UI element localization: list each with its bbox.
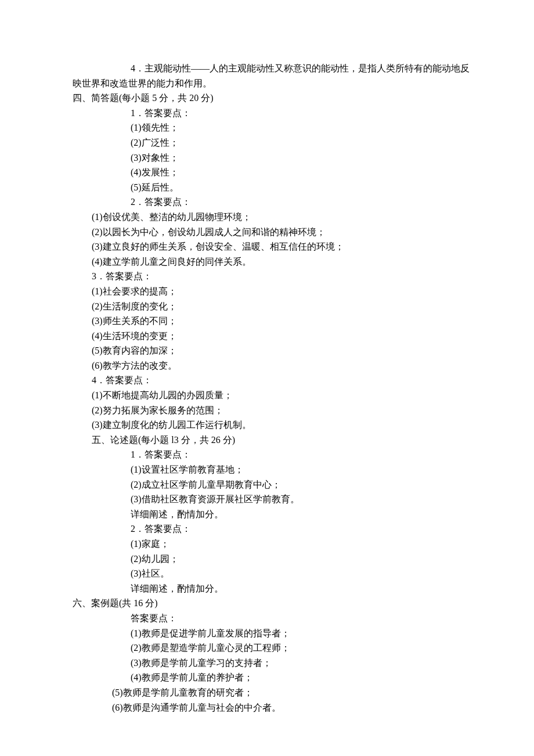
text-line: (1)教师是促进学前儿童发展的指导者； — [73, 626, 461, 641]
text-line: (6)教学方法的改变。 — [73, 358, 461, 373]
text-line: (1)社会要求的提高； — [73, 284, 461, 299]
text-line: 2．答案要点： — [73, 521, 461, 537]
text-line: (2)生活制度的变化； — [73, 299, 461, 314]
text-line: 1．答案要点： — [73, 106, 461, 121]
text-line: (1)领先性； — [73, 120, 461, 135]
text-line: (3)对象性； — [73, 150, 461, 165]
text-line: (5)教育内容的加深； — [73, 343, 461, 358]
text-line: (2)幼儿园； — [73, 552, 461, 567]
text-line: (4)建立学前儿童之间良好的同伴关系。 — [73, 254, 461, 269]
text-line: (1)设置社区学前教育基地； — [73, 462, 461, 477]
text-line: (2)广泛性； — [73, 135, 461, 150]
text-line: 4．答案要点： — [73, 373, 461, 388]
text-line: 3．答案要点： — [73, 269, 461, 284]
text-line: 答案要点： — [73, 611, 461, 626]
text-line: (3)师生关系的不同； — [73, 314, 461, 329]
document-content: 4．主观能动性——人的主观能动性又称意识的能动性，是指人类所特有的能动地反映世界… — [73, 61, 461, 715]
text-line: 五、论述题(每小题 l3 分，共 26 分) — [73, 433, 461, 448]
document-page: 4．主观能动性——人的主观能动性又称意识的能动性，是指人类所特有的能动地反映世界… — [0, 0, 534, 756]
text-line: 4．主观能动性——人的主观能动性又称意识的能动性，是指人类所特有的能动地反 — [73, 61, 461, 76]
text-line: (4)发展性； — [73, 165, 461, 180]
text-line: (3)建立制度化的纺儿园工作运行机制。 — [73, 417, 461, 433]
text-line: (5)延后性。 — [73, 180, 461, 195]
text-line: (6)教师是沟通学前儿童与社会的中介者。 — [73, 700, 461, 715]
text-line: 2．答案要点： — [73, 195, 461, 210]
text-line: (1)家庭； — [73, 537, 461, 552]
text-line: (2)教师是塑造学前儿童心灵的工程师； — [73, 640, 461, 656]
text-line: 四、简答题(每小题 5 分，共 20 分) — [73, 91, 461, 106]
text-line: 详细阐述，酌情加分。 — [73, 507, 461, 522]
text-line: 映世界和改造世界的能力和作用。 — [73, 76, 461, 91]
text-line: 六、案例题(共 16 分) — [73, 596, 461, 611]
text-line: (3)借助社区教育资源开展社区学前教育。 — [73, 492, 461, 507]
text-line: (4)生活环境的变更； — [73, 329, 461, 344]
text-line: (1)创设优美、整洁的幼儿园物理环境； — [73, 210, 461, 225]
text-line: 详细阐述，酌情加分。 — [73, 581, 461, 596]
text-line: (2)以园长为中心，创设幼儿园成人之间和谐的精神环境； — [73, 225, 461, 240]
text-line: (3)社区。 — [73, 566, 461, 581]
text-line: (4)教师是学前儿童的养护者； — [73, 670, 461, 685]
text-line: (3)教师是学前儿童学习的支持者； — [73, 656, 461, 671]
text-line: (2)努力拓展为家长服务的范围； — [73, 403, 461, 418]
text-line: (5)教师是学前儿童教育的研究者； — [73, 685, 461, 700]
text-line: (3)建立良好的师生关系，创设安全、温暖、相互信任的环境； — [73, 239, 461, 254]
text-line: (1)不断地提高幼儿园的办园质量； — [73, 388, 461, 403]
text-line: 1．答案要点： — [73, 447, 461, 462]
text-line: (2)成立社区学前儿童早期教育中心； — [73, 477, 461, 492]
